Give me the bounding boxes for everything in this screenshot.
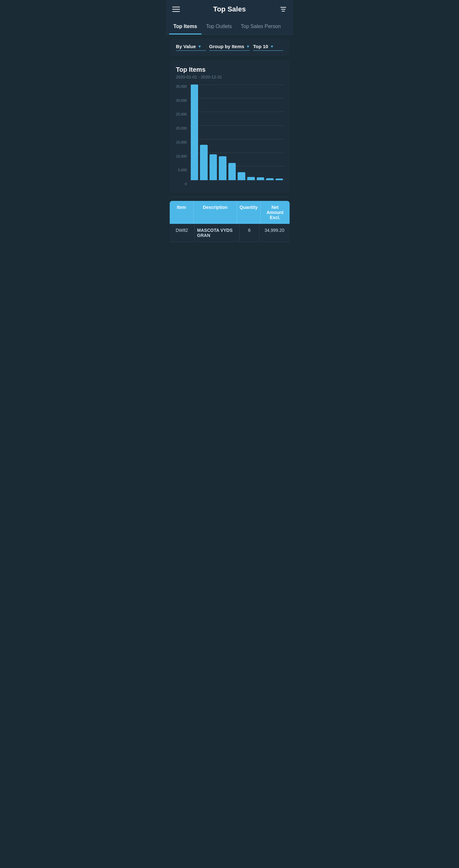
col-header-item: Item xyxy=(170,201,194,224)
bar-wrapper[interactable] xyxy=(228,85,236,180)
table-header: Item Description Quantity Net Amount Exc… xyxy=(170,201,289,224)
bar-wrapper[interactable] xyxy=(210,85,217,180)
bar xyxy=(219,156,226,180)
col-header-description: Description xyxy=(194,201,237,224)
y-axis-label: 20,000 xyxy=(176,126,187,130)
y-axis-label: 30,000 xyxy=(176,98,187,102)
tab-top-outlets[interactable]: Top Outlets xyxy=(202,19,236,34)
tabs-container: Top Items Top Outlets Top Sales Person xyxy=(166,19,294,35)
top-label: Top 10 xyxy=(253,44,268,49)
bar-wrapper[interactable] xyxy=(276,85,283,180)
bar-wrapper[interactable] xyxy=(191,85,198,180)
bar xyxy=(266,178,274,180)
page-title: Top Sales xyxy=(180,5,279,13)
group-by-arrow-icon: ▼ xyxy=(246,44,250,49)
y-axis-label: 0 xyxy=(185,182,187,186)
filter-button[interactable] xyxy=(279,5,287,13)
group-by-label: Group by Items xyxy=(209,44,244,49)
bar xyxy=(238,172,245,181)
bar xyxy=(191,85,198,180)
chart-card: Top Items 2020-01-01 - 2020-12-31 35,000… xyxy=(170,60,289,193)
bar xyxy=(200,145,208,180)
cell-description: MASCOTA VYDS GRAN xyxy=(194,224,240,242)
y-axis-label: 10,000 xyxy=(176,154,187,158)
bars-container xyxy=(189,85,284,180)
col-header-quantity: Quantity xyxy=(237,201,261,224)
menu-button[interactable] xyxy=(172,7,180,12)
y-axis-label: 15,000 xyxy=(176,140,187,144)
top-dropdown[interactable]: Top 10 ▼ xyxy=(253,44,283,51)
tab-top-sales-person[interactable]: Top Sales Person xyxy=(236,19,285,34)
chart-subtitle: 2020-01-01 - 2020-12-31 xyxy=(173,74,284,80)
cell-item: DW82 xyxy=(170,224,194,242)
bar-wrapper[interactable] xyxy=(219,85,226,180)
chart-body xyxy=(189,85,284,187)
tab-top-items[interactable]: Top Items xyxy=(169,19,202,34)
header: Top Sales xyxy=(166,0,294,19)
y-axis-label: 35,000 xyxy=(176,85,187,88)
bar xyxy=(257,177,265,180)
bar-wrapper[interactable] xyxy=(257,85,265,180)
col-header-net-amount: Net Amount Excl. xyxy=(261,201,289,224)
chart-title: Top Items xyxy=(173,66,284,73)
y-axis-label: 5,000 xyxy=(178,168,187,172)
by-value-dropdown[interactable]: By Value ▼ xyxy=(176,44,206,51)
top-arrow-icon: ▼ xyxy=(270,44,274,49)
group-by-dropdown[interactable]: Group by Items ▼ xyxy=(209,44,250,51)
cell-quantity: 6 xyxy=(240,224,259,242)
y-axis: 35,00030,00025,00020,00015,00010,0005,00… xyxy=(173,85,189,187)
bar xyxy=(247,177,255,181)
bar xyxy=(210,154,217,180)
by-value-label: By Value xyxy=(176,44,196,49)
table-container: Item Description Quantity Net Amount Exc… xyxy=(170,197,289,242)
bar-wrapper[interactable] xyxy=(238,85,245,180)
divider xyxy=(170,197,289,197)
chart-area: 35,00030,00025,00020,00015,00010,0005,00… xyxy=(173,85,284,187)
bar xyxy=(276,179,283,180)
bar-wrapper[interactable] xyxy=(200,85,208,180)
by-value-arrow-icon: ▼ xyxy=(198,44,202,49)
filter-bar: By Value ▼ Group by Items ▼ Top 10 ▼ xyxy=(170,39,289,56)
table-row: DW82 MASCOTA VYDS GRAN 6 34,999.20 xyxy=(170,224,289,242)
bar-wrapper[interactable] xyxy=(247,85,255,180)
cell-net-amount: 34,999.20 xyxy=(259,224,289,242)
bar xyxy=(228,163,236,180)
y-axis-label: 25,000 xyxy=(176,112,187,116)
bar-wrapper[interactable] xyxy=(266,85,274,180)
